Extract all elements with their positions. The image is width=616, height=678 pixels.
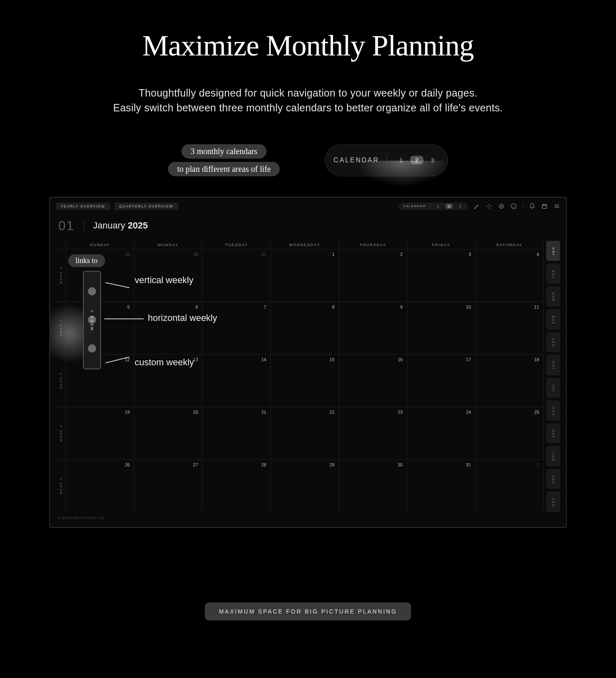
month-tab-may[interactable]: MAY: [546, 332, 560, 353]
calendar-icon[interactable]: [541, 203, 548, 210]
planner-frame: YEARLY OVERVIEW QUARTERLY OVERVIEW CALEN…: [49, 197, 567, 528]
pencil-icon[interactable]: [473, 203, 480, 210]
week-link[interactable]: WEEK 2: [56, 302, 66, 354]
day-cell[interactable]: 22: [271, 407, 339, 459]
custom-weekly-dot[interactable]: [88, 344, 96, 353]
day-number: 29: [125, 252, 130, 257]
sparkle-icon[interactable]: [486, 203, 492, 210]
month-name: January 2025: [93, 220, 148, 231]
menu-icon[interactable]: [554, 203, 560, 210]
dow-header: THURSDAY: [339, 241, 407, 249]
day-cell[interactable]: 27: [134, 459, 202, 512]
month-tab-label: AUG: [552, 406, 555, 415]
day-cell[interactable]: 8: [271, 302, 339, 354]
month-tab-oct[interactable]: OCT: [546, 446, 560, 466]
week-label: WEEK 1: [59, 267, 63, 284]
day-number: 25: [534, 410, 539, 415]
dow-header: WEDNESDAY: [271, 241, 339, 249]
yearly-overview-button[interactable]: YEARLY OVERVIEW: [56, 203, 110, 210]
week-link[interactable]: WEEK 5: [56, 459, 66, 512]
day-cell[interactable]: 14: [202, 354, 271, 407]
day-number: 4: [537, 252, 539, 257]
year-label: 2025: [128, 220, 148, 231]
month-tab-jan[interactable]: JAN: [546, 241, 560, 261]
week-label: WEEK 3: [59, 372, 63, 389]
day-number: 22: [329, 410, 334, 415]
day-cell[interactable]: 9: [339, 302, 407, 354]
month-tab-nov[interactable]: NOV: [546, 469, 560, 489]
day-cell[interactable]: 16: [339, 354, 407, 407]
mini-cal-1[interactable]: 1: [434, 204, 441, 209]
day-cell[interactable]: 25: [476, 407, 544, 459]
day-cell[interactable]: 21: [202, 407, 271, 459]
target-icon[interactable]: [498, 203, 505, 210]
day-number: 11: [534, 304, 539, 309]
week-link[interactable]: WEEK 1: [56, 249, 66, 302]
week-link[interactable]: WEEK 3: [56, 354, 66, 407]
day-cell[interactable]: 7: [202, 302, 271, 354]
day-cell[interactable]: 1: [476, 459, 544, 512]
month-tab-label: DEC: [552, 497, 555, 506]
quarterly-overview-button[interactable]: QUARTERLY OVERVIEW: [114, 203, 178, 210]
week-label: WEEK 5: [59, 477, 63, 494]
day-cell[interactable]: 4: [476, 249, 544, 302]
day-cell[interactable]: 6: [134, 302, 202, 354]
day-cell[interactable]: 10: [407, 302, 476, 354]
month-tab-label: MAY: [552, 337, 555, 347]
month-tab-mar[interactable]: MAR: [546, 286, 560, 307]
mini-cal-2[interactable]: 2: [446, 204, 453, 209]
day-cell[interactable]: 29: [271, 459, 339, 512]
month-tab-jul[interactable]: JUL: [546, 378, 560, 398]
month-tab-apr[interactable]: APR: [546, 309, 560, 330]
callout-custom-weekly: custom weekly: [135, 357, 194, 368]
toolbar-divider: [523, 203, 523, 210]
day-cell[interactable]: 28: [202, 459, 271, 512]
day-number: 29: [329, 462, 334, 467]
month-tab-label: FEB: [552, 269, 555, 278]
day-number: 2: [400, 252, 403, 257]
day-number: 24: [466, 410, 471, 415]
day-cell[interactable]: 19: [66, 407, 134, 459]
dow-header: SUNDAY: [66, 241, 134, 249]
bell-icon[interactable]: [529, 203, 536, 210]
month-tab-sep[interactable]: SEP: [546, 423, 560, 444]
week-link[interactable]: WEEK 4: [56, 407, 66, 459]
day-cell[interactable]: 31: [407, 459, 476, 512]
day-cell[interactable]: 31: [202, 249, 271, 302]
month-tab-label: JUN: [552, 360, 555, 369]
day-cell[interactable]: 18: [476, 354, 544, 407]
month-tab-feb[interactable]: FEB: [546, 263, 560, 284]
calendar-option-1[interactable]: 1: [394, 156, 407, 164]
day-cell[interactable]: 3: [407, 249, 476, 302]
mini-cal-3[interactable]: 3: [457, 204, 464, 209]
day-number: 17: [466, 357, 471, 362]
day-cell[interactable]: 11: [476, 302, 544, 354]
calendar-switch-large: CALENDAR 1 2 3: [325, 144, 448, 176]
day-cell[interactable]: 20: [134, 407, 202, 459]
day-number: 7: [264, 304, 266, 309]
vertical-weekly-dot[interactable]: [88, 287, 96, 295]
day-number: 30: [398, 462, 402, 467]
calendar-switch-label: CALENDAR: [333, 157, 387, 164]
smile-icon[interactable]: [510, 203, 517, 210]
calendar-option-3[interactable]: 3: [426, 156, 439, 164]
day-number: 10: [466, 304, 471, 309]
day-cell[interactable]: 23: [339, 407, 407, 459]
day-number: 14: [261, 357, 266, 362]
day-number: 31: [261, 252, 266, 257]
day-number: 21: [261, 410, 266, 415]
day-cell[interactable]: 15: [271, 354, 339, 407]
day-cell[interactable]: 30: [339, 459, 407, 512]
anno-links-to: links to: [68, 254, 105, 267]
day-cell[interactable]: 24: [407, 407, 476, 459]
day-cell[interactable]: 1: [271, 249, 339, 302]
svg-point-1: [501, 205, 502, 207]
calendar-option-2[interactable]: 2: [410, 156, 423, 164]
month-tab-jun[interactable]: JUN: [546, 355, 560, 375]
day-number: 16: [398, 357, 402, 362]
day-cell[interactable]: 2: [339, 249, 407, 302]
day-cell[interactable]: 17: [407, 354, 476, 407]
month-tab-dec[interactable]: DEC: [546, 491, 560, 512]
day-cell[interactable]: 26: [66, 459, 134, 512]
month-tab-aug[interactable]: AUG: [546, 400, 560, 421]
